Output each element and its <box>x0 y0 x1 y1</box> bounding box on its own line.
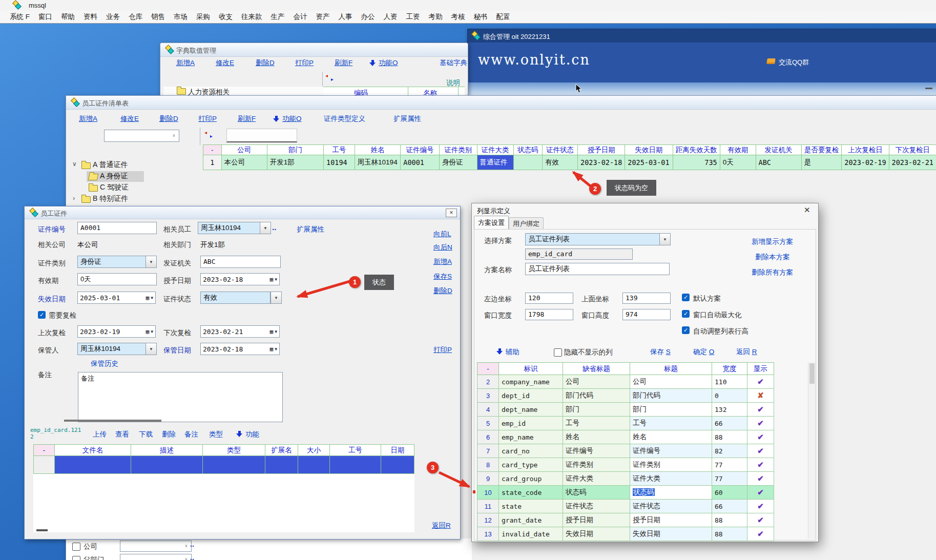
grid-cell[interactable]: 部门代码 <box>563 389 630 403</box>
grid-cell[interactable]: 证件状态 <box>563 500 630 513</box>
shown-check-icon[interactable]: ✔ <box>757 474 764 483</box>
grid-cell[interactable]: 2023-02-18 <box>578 155 625 170</box>
shown-check-icon[interactable]: ✔ <box>757 529 764 538</box>
grid-cell[interactable]: 66 <box>712 500 747 513</box>
tree-item[interactable]: ∨ A 普通证件 <box>66 160 199 171</box>
menu-item[interactable]: 仓库 <box>129 12 142 22</box>
company-filter-combobox[interactable]: ∨ <box>120 541 192 552</box>
menu-item[interactable]: 采购 <box>196 12 210 22</box>
add-button[interactable]: 新增A <box>79 114 97 123</box>
print-button[interactable]: 打印P <box>295 58 314 68</box>
delete-button[interactable]: 删除D <box>159 114 178 123</box>
column-header[interactable]: 证件状态 <box>543 145 578 155</box>
calendar-icon[interactable]: ▦ <box>146 328 150 335</box>
grid-cell[interactable]: 132 <box>712 403 747 417</box>
grid-cell[interactable]: 证件状态 <box>630 500 712 513</box>
tree-item-selected[interactable]: A 身份证 <box>66 171 199 182</box>
column-header[interactable]: - <box>477 363 499 375</box>
menu-item[interactable]: 销售 <box>151 12 165 22</box>
scheme-combobox[interactable]: 员工证件列表 <box>525 233 671 245</box>
column-header[interactable]: 文件名 <box>55 445 131 456</box>
column-header[interactable]: 工号 <box>324 145 355 155</box>
grid-cell[interactable]: 3 <box>477 389 499 403</box>
menu-item[interactable]: 系统 F <box>10 12 30 22</box>
grid-cell[interactable]: 部门代码 <box>630 389 712 403</box>
employee-combobox[interactable]: 周玉林10194 <box>198 222 261 234</box>
column-header[interactable]: 证件编号 <box>401 145 440 155</box>
ellipsis-button[interactable]: .. <box>272 223 276 232</box>
grid-cell[interactable]: 9 <box>477 472 499 486</box>
cert-state-combobox[interactable]: 有效 <box>200 292 271 304</box>
splitter-handle[interactable] <box>64 420 161 422</box>
grid-cell[interactable]: card_type <box>499 458 563 472</box>
grid-cell[interactable]: dept_id <box>499 389 563 403</box>
grid-cell[interactable]: 公司 <box>563 375 630 389</box>
grid-cell[interactable]: 是 <box>801 155 842 170</box>
grid-cell[interactable]: 8 <box>477 458 499 472</box>
hscrollbar-thumb[interactable] <box>36 529 48 531</box>
grid-cell[interactable]: 77 <box>712 458 747 472</box>
edit-button[interactable]: 修改E <box>120 114 139 123</box>
grid-cell[interactable]: 授予日期 <box>630 513 712 527</box>
remark-textarea[interactable]: 备注 <box>78 372 283 422</box>
menu-item[interactable]: 考勤 <box>429 12 443 22</box>
column-header[interactable]: 上次复检日 <box>842 145 889 155</box>
chevron-collapsed-icon[interactable]: › <box>73 194 75 202</box>
tab-user-binding[interactable]: 用户绑定 <box>509 217 544 230</box>
column-header[interactable]: 扩展名 <box>265 445 298 456</box>
company-filter-checkbox[interactable] <box>72 543 80 551</box>
grid-cell[interactable]: state <box>499 500 563 513</box>
grid-cell[interactable]: 60 <box>712 486 747 500</box>
menu-item[interactable]: 办公 <box>361 12 375 22</box>
grid-cell[interactable]: 1 <box>203 155 222 170</box>
grid-cell[interactable]: ✔ <box>747 472 774 486</box>
column-header[interactable]: 日期 <box>381 445 414 456</box>
column-header[interactable]: 下次复检日 <box>889 145 936 155</box>
view-button[interactable]: 查看 <box>115 430 129 439</box>
grid-cell[interactable]: ✔ <box>747 430 774 444</box>
grid-cell[interactable]: 2 <box>477 375 499 389</box>
column-header[interactable]: 距离失效天数 <box>673 145 720 155</box>
print-button[interactable]: 打印P <box>198 114 217 123</box>
grid-cell[interactable]: 授予日期 <box>563 513 630 527</box>
grid-cell[interactable]: 735 <box>673 155 720 170</box>
auto-maximize-checkbox[interactable]: ✓ <box>682 310 690 318</box>
grid-cell[interactable]: 2023-02-19 <box>842 155 889 170</box>
tree-item-label[interactable]: B 特别证件 <box>93 194 128 203</box>
grid-cell[interactable]: state_code <box>499 486 563 500</box>
grid-cell[interactable]: 有效 <box>543 155 578 170</box>
grid-cell[interactable]: 110 <box>712 375 747 389</box>
chevron-down-icon[interactable]: ▼ <box>275 329 277 334</box>
grid-cell[interactable]: 证件编号 <box>563 444 630 458</box>
editing-cell[interactable]: 状态码 <box>630 486 712 500</box>
refresh-button[interactable]: 刷新F <box>335 58 352 68</box>
left-coord-input[interactable]: 120 <box>525 293 573 304</box>
menu-item[interactable]: 窗口 <box>38 12 52 22</box>
function-button[interactable]: 功能O <box>379 58 398 68</box>
grid-cell[interactable]: 66 <box>712 417 747 430</box>
back-button[interactable]: 返回R <box>432 521 451 530</box>
grid-cell[interactable]: 5 <box>477 417 499 430</box>
list-titlebar[interactable]: 员工证件清单表 <box>66 96 936 110</box>
upload-button[interactable]: 上传 <box>93 430 107 439</box>
window-height-input[interactable]: 974 <box>622 309 671 320</box>
delete-file-button[interactable]: 删除 <box>162 430 176 439</box>
grid-cell[interactable]: 姓名 <box>563 430 630 444</box>
column-header[interactable]: 有效期 <box>720 145 756 155</box>
close-button[interactable]: ✕ <box>804 205 810 215</box>
new-scheme-button[interactable]: 新增显示方案 <box>752 237 793 246</box>
edit-button[interactable]: 修改E <box>216 58 234 68</box>
calendar-icon[interactable]: ▦ <box>270 276 274 283</box>
grid-cell[interactable]: 失效日期 <box>630 527 712 541</box>
state-code-cell[interactable] <box>513 155 542 170</box>
file-grid-cell[interactable] <box>330 456 381 474</box>
selected-cell[interactable]: 普通证件 <box>477 155 513 170</box>
cert-type-def-button[interactable]: 证件类型定义 <box>324 114 365 123</box>
remark-file-button[interactable]: 备注 <box>184 430 198 439</box>
dict-titlebar[interactable]: 字典取值管理 <box>160 43 468 57</box>
close-button[interactable]: ✕ <box>446 209 457 217</box>
tree-item-label[interactable]: C 驾驶证 <box>100 183 129 192</box>
ellipsis-button[interactable]: .. <box>190 540 194 548</box>
add-button[interactable]: 新增A <box>433 257 452 266</box>
column-header[interactable]: 公司 <box>221 145 267 155</box>
